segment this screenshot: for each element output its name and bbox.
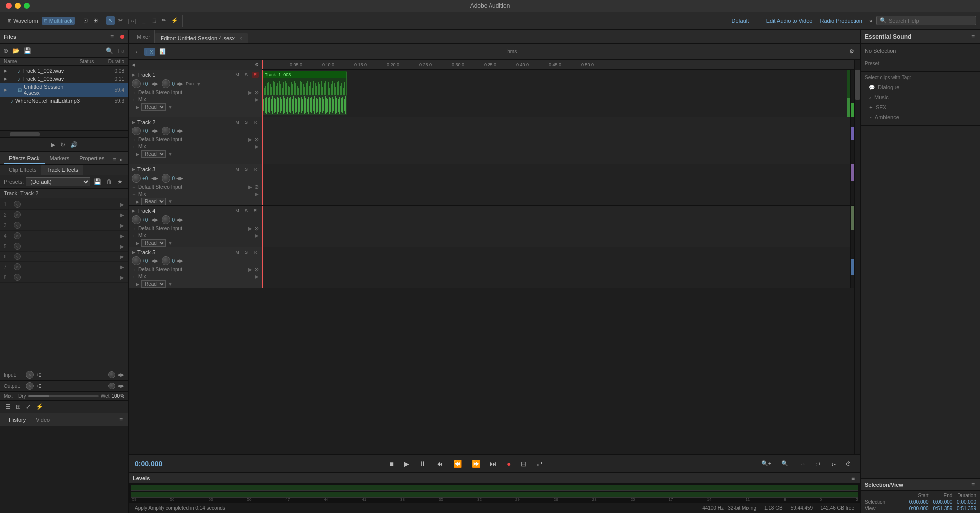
editor-tab-session[interactable]: Editor: Untitled Session 4.sesx × xyxy=(155,33,248,43)
track-fx-bypass-4[interactable]: ⊘ xyxy=(254,225,259,232)
track-content-3[interactable] xyxy=(262,164,850,205)
transport-zoom-in-vert[interactable]: ↕+ xyxy=(813,460,824,468)
box-sel-tool[interactable]: ⬚ xyxy=(149,16,158,25)
track-expand-5[interactable]: ▶ xyxy=(132,250,135,255)
track-r-3[interactable]: R xyxy=(252,166,259,172)
razor-tool[interactable]: ✂ xyxy=(116,16,125,25)
selection-view-menu[interactable]: ≡ xyxy=(970,480,976,489)
search-input[interactable] xyxy=(889,18,969,24)
tag-ambience-btn[interactable]: ~ Ambience xyxy=(865,112,976,122)
track-vol-knob-5[interactable] xyxy=(132,256,141,265)
track-vol-knob-4[interactable] xyxy=(132,215,141,224)
close-button[interactable] xyxy=(6,3,12,9)
tab-history[interactable]: History xyxy=(4,415,31,425)
slip-tool[interactable]: |↔| xyxy=(126,17,139,25)
transport-zoom-out-vert[interactable]: ↕- xyxy=(828,460,839,468)
loop-btn[interactable]: ↻ xyxy=(59,140,67,149)
input-pan-knob[interactable] xyxy=(108,371,115,378)
track-pan-knob-2[interactable] xyxy=(162,127,170,135)
track-r-4[interactable]: R xyxy=(252,208,259,214)
time-sel-tool[interactable]: ⌶ xyxy=(140,17,148,25)
presets-select[interactable]: (Default) xyxy=(26,177,90,186)
mt-fx-btn[interactable]: FX xyxy=(144,48,155,56)
track-pan-knob-1[interactable] xyxy=(162,79,170,88)
workspace-radio-btn[interactable]: Radio Production xyxy=(817,17,865,25)
slot-power-2[interactable]: ○ xyxy=(14,211,21,218)
transport-play-btn[interactable]: ▶ xyxy=(401,459,412,469)
transport-go-start-btn[interactable]: ⏮ xyxy=(433,459,446,469)
track-fx-bypass-5[interactable]: ⊘ xyxy=(254,266,259,273)
delete-preset-btn[interactable]: 🗑 xyxy=(105,177,114,186)
tab-clip-effects[interactable]: Clip Effects xyxy=(4,165,41,175)
tab-properties[interactable]: Properties xyxy=(74,153,109,164)
track-fx-bypass-2[interactable]: ⊘ xyxy=(254,136,259,143)
pan-menu-arrow[interactable]: ▼ xyxy=(196,81,201,87)
track-content-5[interactable] xyxy=(262,247,850,288)
transport-zoom-in-btn[interactable]: 🔍+ xyxy=(758,459,774,468)
transport-sync-btn[interactable]: ⇄ xyxy=(534,459,546,469)
speaker-btn[interactable]: 🔊 xyxy=(69,140,79,149)
track-s-4[interactable]: S xyxy=(243,208,250,214)
track-read-select-2[interactable]: Read xyxy=(141,150,166,158)
view-btn-1[interactable]: ⊡ xyxy=(81,16,90,25)
star-preset-btn[interactable]: ★ xyxy=(116,177,124,186)
tab-video[interactable]: Video xyxy=(31,415,55,425)
effects-list-btn[interactable]: ☰ xyxy=(4,402,12,411)
workspace-more-btn[interactable]: » xyxy=(867,17,874,25)
files-search-btn[interactable]: 🔍 xyxy=(104,46,115,55)
tracks-scrollbar[interactable] xyxy=(854,70,860,454)
tab-markers[interactable]: Markers xyxy=(45,153,75,164)
track-expand-2[interactable]: ▶ xyxy=(132,120,135,125)
pencil-tool[interactable]: ✏ xyxy=(160,16,168,25)
track-read-select-4[interactable]: Read xyxy=(141,239,166,247)
track-m-5[interactable]: M xyxy=(234,249,241,255)
maximize-button[interactable] xyxy=(24,3,30,9)
track-clip-1b[interactable] xyxy=(262,95,347,115)
track-fx-bypass-1[interactable]: ⊘ xyxy=(254,89,259,96)
track-fx-bypass-3[interactable]: ⊘ xyxy=(254,184,259,190)
file-item[interactable]: ▶ ♪ Track 1_003.wav 0:11 xyxy=(0,75,128,83)
transport-stop-btn[interactable]: ■ xyxy=(386,459,396,469)
effects-panel-menu[interactable]: ≡ xyxy=(111,155,118,164)
transport-next-btn[interactable]: ⏩ xyxy=(469,459,483,469)
slot-power-3[interactable]: ○ xyxy=(14,222,21,229)
slot-power-8[interactable]: ○ xyxy=(14,274,21,281)
transport-time-ref[interactable]: ⏱ xyxy=(843,460,854,468)
effects-grid-btn[interactable]: ⊞ xyxy=(14,402,22,411)
track-pan-knob-5[interactable] xyxy=(162,256,170,265)
transport-pause-btn[interactable]: ⏸ xyxy=(416,459,429,469)
track-expand-4[interactable]: ▶ xyxy=(132,208,135,213)
output-pan-knob[interactable] xyxy=(108,383,115,389)
save-preset-btn[interactable]: 💾 xyxy=(92,177,103,186)
tag-sfx-btn[interactable]: ✦ SFX xyxy=(865,102,976,112)
track-pan-knob-3[interactable] xyxy=(162,174,170,183)
history-menu-btn[interactable]: ≡ xyxy=(118,415,124,424)
track-content-1[interactable]: Track_1_003 xyxy=(262,70,850,117)
file-item[interactable]: ♪ WhereNo...eFinalEdit.mp3 59:3 xyxy=(0,97,128,105)
track-s-5[interactable]: S xyxy=(243,249,250,255)
files-menu-btn[interactable]: ≡ xyxy=(109,32,115,41)
track-s-2[interactable]: S xyxy=(243,119,250,125)
track-m-2[interactable]: M xyxy=(234,119,241,125)
track-content-4[interactable] xyxy=(262,206,850,247)
slot-power-4[interactable]: ○ xyxy=(14,232,21,239)
file-item-selected[interactable]: ▶ ⊟ Untitled Session 4.sesx 59:4 xyxy=(0,83,128,97)
mix-slider[interactable] xyxy=(28,395,99,397)
tab-effects-rack[interactable]: Effects Rack xyxy=(4,153,45,164)
track-s-3[interactable]: S xyxy=(243,166,250,172)
transport-prev-btn[interactable]: ⏪ xyxy=(450,459,465,469)
tag-music-btn[interactable]: ♪ Music xyxy=(865,92,976,102)
waveform-btn[interactable]: ⊞ Waveform xyxy=(6,17,40,25)
transport-zoom-out-btn[interactable]: 🔍- xyxy=(778,459,793,468)
transport-fit-btn[interactable]: ↔ xyxy=(797,460,809,468)
mt-settings-btn[interactable]: ⚙ xyxy=(847,47,856,56)
mixer-label[interactable]: Mixer xyxy=(137,34,150,40)
mt-bar-btn[interactable]: ≡ xyxy=(170,48,177,56)
output-knob[interactable]: ○ xyxy=(26,382,34,390)
track-vol-knob-1[interactable] xyxy=(132,79,141,88)
track-m-1[interactable]: M xyxy=(234,72,241,78)
workspace-edit-audio-btn[interactable]: Edit Audio to Video xyxy=(763,17,816,25)
track-expand-1[interactable]: ▶ xyxy=(132,72,135,77)
slot-power-5[interactable]: ○ xyxy=(14,243,21,250)
effects-panel-expand[interactable]: » xyxy=(118,155,124,164)
